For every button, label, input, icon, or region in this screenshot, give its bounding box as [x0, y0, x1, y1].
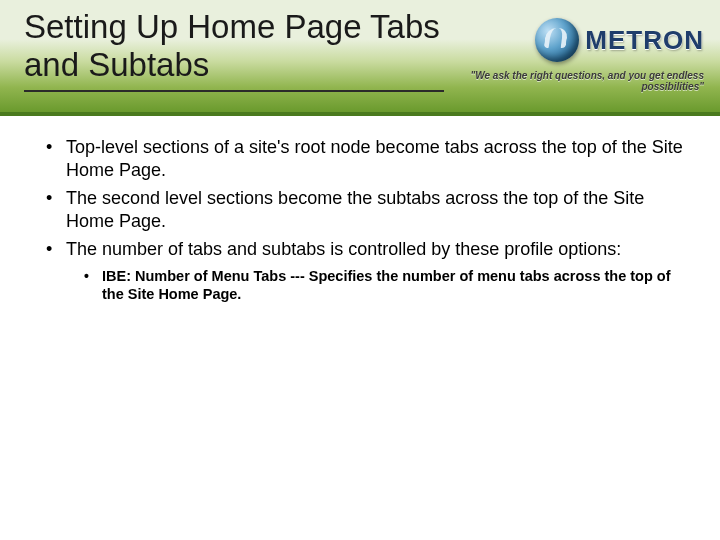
logo-text: METRON [585, 25, 704, 56]
list-item: IBE: Number of Menu Tabs --- Specifies t… [100, 267, 686, 305]
slide: Setting Up Home Page Tabs and Subtabs ME… [0, 0, 720, 540]
header-band: Setting Up Home Page Tabs and Subtabs ME… [0, 0, 720, 114]
brand-tagline: "We ask the right questions, and you get… [444, 70, 704, 92]
brand-block: METRON "We ask the right questions, and … [444, 18, 704, 92]
bullet-list: Top-level sections of a site's root node… [34, 136, 686, 304]
list-item-text: The number of tabs and subtabs is contro… [66, 239, 621, 259]
list-item: The number of tabs and subtabs is contro… [64, 238, 686, 304]
list-item: The second level sections become the sub… [64, 187, 686, 232]
slide-title: Setting Up Home Page Tabs and Subtabs [24, 8, 444, 92]
sub-bullet-list: IBE: Number of Menu Tabs --- Specifies t… [66, 267, 686, 305]
logo-orb-icon [535, 18, 579, 62]
brand-logo: METRON [535, 18, 704, 62]
slide-body: Top-level sections of a site's root node… [0, 114, 720, 304]
list-item: Top-level sections of a site's root node… [64, 136, 686, 181]
